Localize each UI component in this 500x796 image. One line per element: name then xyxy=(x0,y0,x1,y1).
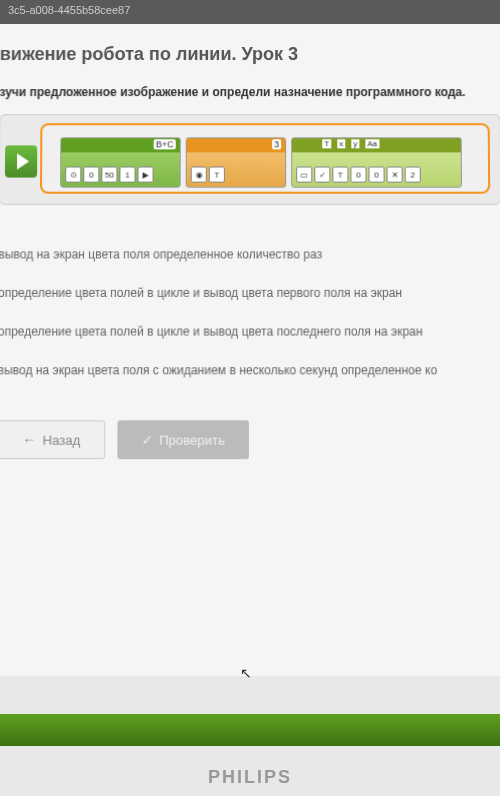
screen-icon: ▭ xyxy=(296,167,312,183)
param-val: 0 xyxy=(350,167,366,183)
windows-taskbar[interactable] xyxy=(0,714,500,746)
instruction-text: зучи предложенное изображение и определи… xyxy=(0,85,500,99)
mouse-cursor-icon: ↖ xyxy=(240,665,252,681)
answer-option[interactable]: вывод на экран цвета поля с ожиданием в … xyxy=(0,351,500,390)
start-block-icon xyxy=(5,145,37,177)
motor-port-label: B+C xyxy=(154,139,176,149)
text-out-icon: T xyxy=(209,167,225,183)
back-button[interactable]: ← Назад xyxy=(0,420,106,459)
param-val: 0 xyxy=(83,167,99,183)
param-val: ✓ xyxy=(314,167,330,183)
param-val: ✕ xyxy=(387,167,403,183)
answer-option[interactable]: определение цвета полей в цикле и вывод … xyxy=(0,312,500,351)
check-button[interactable]: ✓ Проверить xyxy=(118,420,250,459)
back-label: Назад xyxy=(42,432,80,447)
param-val: 2 xyxy=(405,167,421,183)
sensor-block: 3 ◉ T xyxy=(186,137,286,187)
brake-icon: ▶ xyxy=(137,167,153,183)
arrow-left-icon: ← xyxy=(22,432,36,448)
answer-option[interactable]: определение цвета полей в цикле и вывод … xyxy=(0,274,500,313)
display-top-params: T x y Aa xyxy=(322,139,379,148)
display-block: T x y Aa ▭ ✓ T 0 0 ✕ 2 xyxy=(291,137,462,187)
sensor-port-label: 3 xyxy=(272,139,281,149)
motor-block: B+C ⊙ 0 50 1 ▶ xyxy=(60,137,181,187)
lesson-content: вижение робота по линии. Урок 3 зучи пре… xyxy=(0,24,500,676)
param-val: 0 xyxy=(368,167,384,183)
url-text: 3c5-a008-4455b58cee87 xyxy=(8,4,130,16)
page-title: вижение робота по линии. Урок 3 xyxy=(0,44,500,65)
param-val: 1 xyxy=(119,167,135,183)
monitor-brand-label: PHILIPS xyxy=(208,767,292,788)
param-val: T xyxy=(332,167,348,183)
answer-option[interactable]: вывод на экран цвета поля определенное к… xyxy=(0,235,500,273)
check-icon: ✓ xyxy=(142,432,153,447)
color-sensor-icon: ◉ xyxy=(191,167,207,183)
check-label: Проверить xyxy=(159,432,225,447)
steering-icon: ⊙ xyxy=(65,167,81,183)
ev3-program-image: 01 B+C ⊙ 0 50 1 ▶ 3 ◉ T T xyxy=(0,114,500,205)
loop-counter: 01 xyxy=(419,114,439,115)
url-bar: 3c5-a008-4455b58cee87 xyxy=(0,0,500,24)
nav-buttons: ← Назад ✓ Проверить xyxy=(0,420,500,459)
param-val: 50 xyxy=(101,167,117,183)
